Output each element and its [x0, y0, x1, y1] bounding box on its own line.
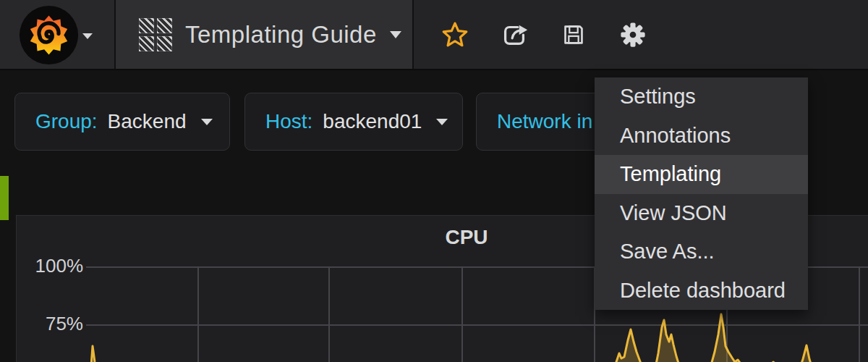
- dashboard-settings-button[interactable]: [603, 0, 663, 70]
- menu-item-annotations[interactable]: Annotations: [595, 117, 808, 156]
- menu-item-settings[interactable]: Settings: [595, 77, 808, 117]
- gridline-vertical: [859, 266, 860, 362]
- menu-item-save-as[interactable]: Save As...: [595, 232, 808, 272]
- y-axis-tick-100: 100%: [17, 255, 83, 277]
- chevron-down-icon: [201, 119, 213, 125]
- star-button[interactable]: [425, 0, 485, 70]
- save-disk-icon: [558, 20, 589, 50]
- gridline-vertical: [461, 266, 463, 362]
- star-icon: [441, 21, 469, 49]
- variable-label: Network in: [497, 110, 592, 133]
- variable-group-dropdown[interactable]: Group: Backend: [14, 93, 230, 151]
- gridline-horizontal: [86, 324, 868, 326]
- gridline-vertical: [328, 266, 330, 362]
- gridline-vertical: [197, 266, 199, 362]
- chevron-down-icon: [436, 119, 448, 125]
- menu-item-templating[interactable]: Templating: [595, 155, 808, 194]
- save-dashboard-button[interactable]: [544, 0, 603, 70]
- variable-label: Group:: [35, 110, 98, 133]
- grafana-logo-menu[interactable]: [0, 0, 114, 69]
- navbar: Templating Guide: [0, 0, 868, 70]
- variable-value: backend01: [323, 110, 422, 133]
- navbar-actions: [425, 0, 663, 69]
- dashboard-title: Templating Guide: [185, 21, 377, 49]
- share-export-icon: [499, 20, 529, 50]
- variable-host-dropdown[interactable]: Host: backend01: [244, 93, 463, 151]
- share-dashboard-button[interactable]: [485, 0, 544, 70]
- variable-value: Backend: [108, 110, 187, 133]
- dashboard-grid-icon: [139, 18, 172, 51]
- chevron-down-icon: [390, 31, 401, 38]
- row-menu-handle[interactable]: [0, 176, 9, 220]
- grafana-logo-icon: [18, 4, 80, 66]
- menu-item-view-json[interactable]: View JSON: [595, 194, 808, 233]
- chevron-down-icon: [82, 33, 93, 39]
- gear-icon: [619, 21, 647, 49]
- dashboard-title-dropdown[interactable]: Templating Guide: [114, 0, 414, 69]
- menu-item-delete-dashboard[interactable]: Delete dashboard: [595, 272, 808, 311]
- y-axis-tick-75: 75%: [17, 313, 83, 335]
- variable-label: Host:: [265, 110, 312, 133]
- settings-dropdown-menu: Settings Annotations Templating View JSO…: [595, 77, 808, 310]
